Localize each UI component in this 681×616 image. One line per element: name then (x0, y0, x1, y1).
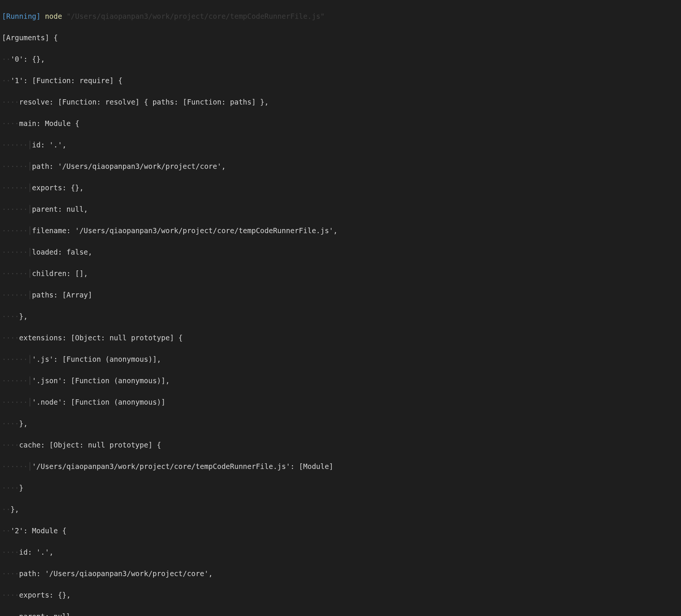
header-path: "/Users/qiaopanpan3/work/project/core/te… (67, 11, 325, 22)
code-line: ··}, (2, 504, 679, 515)
code-line: ······│exports: {}, (2, 182, 679, 193)
running-tag: [Running] (2, 11, 41, 22)
code-line: ····exports: {}, (2, 590, 679, 601)
code-line: ······│loaded: false, (2, 247, 679, 258)
code-line: ··'0': {}, (2, 54, 679, 65)
code-line: ····}, (2, 311, 679, 322)
code-line: ······│parent: null, (2, 204, 679, 215)
code-line: ····id: '.', (2, 547, 679, 558)
code-line: ····} (2, 482, 679, 493)
code-line: ····main: Module { (2, 118, 679, 129)
code-line: ··'2': Module { (2, 525, 679, 536)
code-line: ······│'.json': [Function (anonymous)], (2, 375, 679, 386)
code-line: ······│'/Users/qiaopanpan3/work/project/… (2, 461, 679, 472)
code-line: [Arguments] { (2, 32, 679, 43)
code-line: ······│paths: [Array] (2, 290, 679, 300)
code-line: ····}, (2, 418, 679, 429)
code-line: ······│path: '/Users/qiaopanpan3/work/pr… (2, 161, 679, 172)
code-line: ······│filename: '/Users/qiaopanpan3/wor… (2, 225, 679, 236)
code-line: ······│id: '.', (2, 140, 679, 150)
node-cmd: node (45, 11, 62, 22)
code-line: ····parent: null, (2, 611, 679, 616)
code-line: ··'1': [Function: require] { (2, 75, 679, 86)
code-line: ····extensions: [Object: null prototype]… (2, 332, 679, 343)
code-line: ······│children: [], (2, 268, 679, 279)
code-line: ····cache: [Object: null prototype] { (2, 440, 679, 451)
header-line: [Running] node "/Users/qiaopanpan3/work/… (2, 11, 679, 22)
code-line: ····path: '/Users/qiaopanpan3/work/proje… (2, 568, 679, 579)
code-line: ····resolve: [Function: resolve] { paths… (2, 97, 679, 108)
code-line: ······│'.js': [Function (anonymous)], (2, 354, 679, 365)
code-line: ······│'.node': [Function (anonymous)] (2, 397, 679, 408)
terminal-output: [Running] node "/Users/qiaopanpan3/work/… (0, 0, 681, 616)
